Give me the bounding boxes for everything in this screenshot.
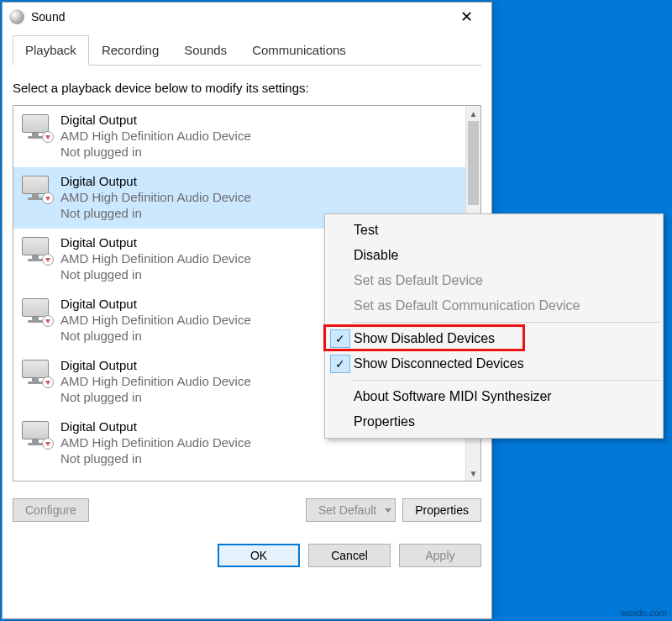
chevron-down-icon <box>385 508 391 513</box>
menu-item-label: Disable <box>354 248 398 263</box>
scroll-thumb[interactable] <box>468 121 479 205</box>
menu-separator <box>352 380 661 381</box>
check-icon <box>330 387 350 406</box>
properties-button[interactable]: Properties <box>402 498 481 522</box>
menu-item-label: Test <box>354 223 378 238</box>
device-icon <box>22 176 52 203</box>
device-icon <box>22 421 52 448</box>
device-desc: AMD High Definition Audio Device <box>60 313 251 327</box>
device-desc: AMD High Definition Audio Device <box>60 435 251 450</box>
ok-button[interactable]: OK <box>218 544 300 567</box>
check-icon <box>330 246 350 265</box>
close-button[interactable]: ✕ <box>448 4 485 29</box>
device-icon <box>22 360 52 387</box>
window-title: Sound <box>31 10 448 24</box>
menu-item-properties[interactable]: Properties <box>325 409 663 434</box>
device-status: Not plugged in <box>60 329 251 343</box>
sound-icon <box>9 9 24 24</box>
menu-item-set-as-default-communication-device: Set as Default Communication Device <box>325 293 663 318</box>
device-desc: AMD High Definition Audio Device <box>60 374 251 388</box>
device-item[interactable]: Digital Output AMD High Definition Audio… <box>13 106 465 167</box>
menu-item-show-disconnected-devices[interactable]: ✓Show Disconnected Devices <box>325 351 663 376</box>
check-icon <box>330 271 350 290</box>
device-status: Not plugged in <box>60 451 251 466</box>
device-name: Digital Output <box>60 113 251 127</box>
instruction-text: Select a playback device below to modify… <box>13 81 481 95</box>
menu-item-show-disabled-devices[interactable]: ✓Show Disabled Devices <box>325 326 663 351</box>
device-status: Not plugged in <box>60 267 251 282</box>
cancel-button[interactable]: Cancel <box>308 544 391 567</box>
device-name: Digital Output <box>60 297 251 311</box>
tab-recording[interactable]: Recording <box>89 35 171 66</box>
device-status: Not plugged in <box>60 206 251 220</box>
unplugged-badge-icon <box>42 254 54 266</box>
tab-communications[interactable]: Communications <box>239 35 359 66</box>
device-name: Digital Output <box>60 358 251 372</box>
tab-strip: PlaybackRecordingSoundsCommunications <box>13 34 481 66</box>
watermark: wsxdn.com <box>621 608 667 618</box>
check-icon <box>330 413 350 431</box>
unplugged-badge-icon <box>42 131 54 143</box>
set-default-button[interactable]: Set Default <box>306 498 396 522</box>
device-icon <box>22 237 52 264</box>
device-icon <box>22 114 52 141</box>
tab-playback[interactable]: Playback <box>13 35 89 66</box>
menu-item-set-as-default-device: Set as Default Device <box>325 268 663 293</box>
apply-button[interactable]: Apply <box>399 544 481 567</box>
menu-item-label: About Software MIDI Synthesizer <box>354 389 552 404</box>
device-name: Digital Output <box>60 235 251 250</box>
menu-item-label: Properties <box>354 414 415 429</box>
check-icon: ✓ <box>330 329 350 348</box>
menu-item-test[interactable]: Test <box>325 218 663 243</box>
unplugged-badge-icon <box>42 376 54 388</box>
check-icon: ✓ <box>330 355 350 373</box>
check-icon <box>330 221 350 239</box>
context-menu[interactable]: TestDisableSet as Default DeviceSet as D… <box>324 213 664 439</box>
menu-item-about-software-midi-synthesizer[interactable]: About Software MIDI Synthesizer <box>325 384 663 409</box>
menu-item-label: Show Disconnected Devices <box>354 356 524 371</box>
menu-item-label: Show Disabled Devices <box>354 331 495 346</box>
unplugged-badge-icon <box>42 438 54 450</box>
device-status: Not plugged in <box>60 390 251 404</box>
dialog-footer: OK Cancel Apply <box>3 532 491 579</box>
menu-item-label: Set as Default Device <box>354 273 483 288</box>
unplugged-badge-icon <box>42 315 54 327</box>
device-icon <box>22 298 52 325</box>
menu-item-disable[interactable]: Disable <box>325 243 663 268</box>
tab-sounds[interactable]: Sounds <box>171 35 239 66</box>
check-icon <box>330 297 350 315</box>
menu-separator <box>352 322 661 323</box>
device-name: Digital Output <box>60 419 251 434</box>
device-name: Digital Output <box>60 174 251 188</box>
device-desc: AMD High Definition Audio Device <box>60 251 251 266</box>
device-status: Not plugged in <box>60 145 251 159</box>
menu-item-label: Set as Default Communication Device <box>354 298 580 313</box>
scroll-down-button[interactable]: ▼ <box>466 466 480 481</box>
configure-button[interactable]: Configure <box>13 498 89 522</box>
device-desc: AMD High Definition Audio Device <box>60 190 251 204</box>
device-desc: AMD High Definition Audio Device <box>60 129 251 143</box>
scroll-up-button[interactable]: ▲ <box>466 106 480 121</box>
titlebar: Sound ✕ <box>3 3 491 31</box>
unplugged-badge-icon <box>42 192 54 204</box>
